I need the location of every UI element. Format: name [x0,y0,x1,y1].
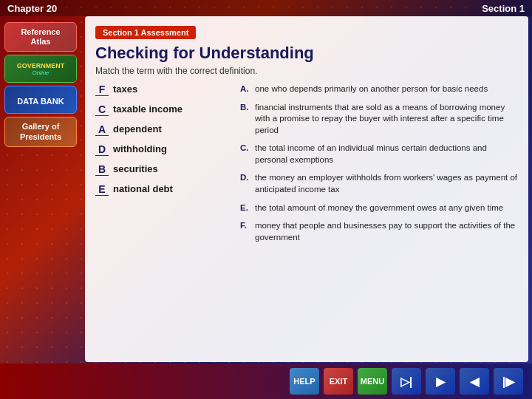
section-title: Section 1 [482,3,525,14]
nav-prev-button[interactable]: ◀ [460,368,489,395]
definition-row: E. the total amount of money the governm… [240,202,518,214]
page-title: Checking for Understanding [95,44,518,63]
term-word: taxable income [113,103,183,116]
nav-end-button[interactable]: ▷| [392,368,421,395]
nav-next-button[interactable]: ▶ [426,368,455,395]
help-button[interactable]: HELP [290,368,319,395]
term-letter: D [95,143,109,156]
term-row: A dependent [95,123,228,136]
term-word: dependent [113,123,162,136]
term-letter: A [95,123,109,136]
term-row: F taxes [95,83,228,96]
definition-row: C. the total income of an individual min… [240,143,518,166]
term-word: taxes [113,83,137,96]
definition-letter: D. [240,172,252,195]
nav-start-button[interactable]: |▶ [494,368,523,395]
menu-button[interactable]: MENU [358,368,387,395]
definition-text: one who depends primarily on another per… [255,83,518,95]
definition-letter: C. [240,143,252,166]
definition-row: D. the money an employer withholds from … [240,172,518,195]
page-subtitle: Match the term with the correct definiti… [95,66,518,76]
definition-text: the money an employer withholds from wor… [255,172,518,195]
main-content: Section 1 Assessment Checking for Unders… [85,16,528,362]
definition-letter: F. [240,220,252,243]
sidebar-item-reference-atlas[interactable]: Reference Atlas [4,22,77,52]
terms-column: F taxes C taxable income A dependent D w… [95,83,228,250]
term-row: C taxable income [95,103,228,116]
definition-text: the total amount of money the government… [255,202,518,214]
term-letter: B [95,163,109,176]
sidebar-label-reference: Reference Atlas [11,27,70,47]
sidebar-item-government-online[interactable]: GOVERNMENT Online [4,55,77,83]
term-row: D withholding [95,143,228,156]
sidebar: Reference Atlas GOVERNMENT Online DATA B… [0,16,81,362]
term-letter: C [95,103,109,116]
sidebar-item-gallery-presidents[interactable]: Gallery of Presidents [4,117,77,146]
term-word: withholding [113,143,167,156]
chapter-title: Chapter 20 [7,3,57,14]
top-bar: Chapter 20 Section 1 [0,0,532,16]
assessment-badge: Section 1 Assessment [95,26,196,39]
bottom-navigation-bar: HELP EXIT MENU ▷| ▶ ◀ |▶ [0,364,532,399]
term-row: B securities [95,163,228,176]
definition-row: B. financial instruments that are sold a… [240,102,518,137]
govt-label-top: GOVERNMENT [17,62,65,69]
content-columns: F taxes C taxable income A dependent D w… [95,83,518,250]
term-word: securities [113,163,158,176]
sidebar-item-data-bank[interactable]: DATA BANK [4,86,77,114]
definitions-column: A. one who depends primarily on another … [240,83,518,250]
term-word: national debt [113,183,173,196]
definition-row: F. money that people and businesses pay … [240,220,518,243]
definition-letter: B. [240,102,252,137]
term-letter: E [95,183,109,196]
definition-text: financial instruments that are sold as a… [255,102,518,137]
exit-button[interactable]: EXIT [324,368,353,395]
definition-text: money that people and businesses pay to … [255,220,518,243]
govt-label-bottom: Online [32,69,49,76]
sidebar-label-gallery: Gallery of Presidents [11,122,70,141]
definition-row: A. one who depends primarily on another … [240,83,518,95]
definition-letter: E. [240,202,252,214]
sidebar-label-databank: DATA BANK [17,93,64,107]
term-row: E national debt [95,183,228,196]
term-letter: F [95,83,109,96]
definition-letter: A. [240,83,252,95]
definition-text: the total income of an individual minus … [255,143,518,166]
government-online-image: GOVERNMENT Online [5,55,76,82]
